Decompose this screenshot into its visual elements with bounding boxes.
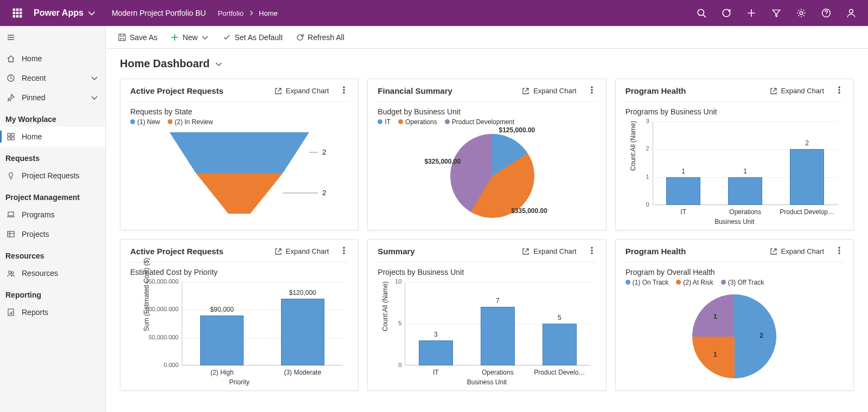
- nav-recent[interactable]: Recent: [0, 68, 105, 88]
- svg-marker-28: [169, 132, 309, 173]
- laptop-icon: [7, 210, 15, 219]
- card-menu-button[interactable]: [835, 86, 844, 96]
- pin-icon: [7, 93, 15, 102]
- nav-collapse-button[interactable]: [0, 26, 105, 49]
- chart-legend: ITOperationsProduct Development: [378, 116, 596, 126]
- nav-item-programs[interactable]: Programs: [0, 205, 105, 224]
- popout-icon: [521, 247, 530, 256]
- expand-chart-button[interactable]: Expand Chart: [769, 247, 825, 256]
- chart-plot: 211: [626, 286, 844, 386]
- home-icon: [7, 54, 15, 63]
- chart-plot: 2 2: [130, 126, 348, 226]
- app-name[interactable]: Power Apps: [30, 8, 100, 18]
- nav-group-project-management: Project Management: [0, 185, 105, 205]
- app-name-label: Power Apps: [34, 8, 84, 18]
- card-title: Program Health: [626, 86, 769, 95]
- search-button[interactable]: [689, 0, 714, 26]
- expand-chart-button[interactable]: Expand Chart: [521, 247, 577, 256]
- table-icon: [7, 230, 15, 239]
- svg-text:2: 2: [322, 189, 326, 197]
- people-icon: [7, 269, 15, 278]
- nav-item-home[interactable]: Home: [0, 127, 105, 146]
- svg-marker-29: [196, 173, 283, 214]
- expand-chart-button[interactable]: Expand Chart: [274, 247, 329, 256]
- help-button[interactable]: [814, 0, 839, 26]
- nav-item-project-requests[interactable]: Project Requests: [0, 166, 105, 185]
- grid-icon: [7, 132, 15, 141]
- page-title[interactable]: Home Dashboard: [106, 49, 868, 74]
- save-as-button[interactable]: Save As: [112, 31, 163, 44]
- card-title: Program Health: [626, 247, 769, 256]
- filter-button[interactable]: [764, 0, 789, 26]
- settings-button[interactable]: [789, 0, 814, 26]
- popout-icon: [274, 87, 283, 95]
- dashboard-grid: Active Project Requests Expand Chart Req…: [106, 74, 868, 412]
- nav-group-resources: Resources: [0, 244, 105, 263]
- bulb-icon: [7, 171, 15, 180]
- card-menu-button[interactable]: [588, 246, 596, 256]
- task-button[interactable]: [714, 0, 739, 26]
- account-button[interactable]: [839, 0, 864, 26]
- dots-icon: [340, 86, 348, 94]
- nav-group-reporting: Reporting: [0, 283, 105, 302]
- expand-chart-button[interactable]: Expand Chart: [769, 87, 825, 95]
- card-menu-button[interactable]: [340, 246, 348, 256]
- svg-text:2: 2: [322, 148, 326, 156]
- chart-subtitle: Projects by Business Unit: [378, 262, 596, 276]
- command-bar: Save As New Set As Default Refresh All: [106, 26, 868, 49]
- add-button[interactable]: [739, 0, 764, 26]
- report-icon: [7, 308, 15, 317]
- expand-chart-button[interactable]: Expand Chart: [521, 87, 577, 95]
- breadcrumb: Portfolio Home: [218, 9, 277, 17]
- breadcrumb-home: Home: [259, 9, 278, 17]
- card-4: Summary Expand Chart Projects by Busines…: [367, 239, 606, 391]
- left-nav: HomeRecentPinned My WorkplaceHomeRequest…: [0, 26, 106, 412]
- card-5: Program Health Expand Chart Program by O…: [615, 239, 854, 391]
- card-title: Active Project Requests: [130, 86, 274, 95]
- nav-home[interactable]: Home: [0, 49, 105, 68]
- chart-subtitle: Program by Overall Health: [626, 262, 844, 276]
- card-menu-button[interactable]: [340, 86, 348, 96]
- nav-item-projects[interactable]: Projects: [0, 224, 105, 244]
- card-menu-button[interactable]: [588, 86, 596, 96]
- chart-plot: $125,000.00$335,000.00$325,000.00: [378, 126, 596, 226]
- expand-chart-button[interactable]: Expand Chart: [274, 87, 329, 95]
- dots-icon: [340, 246, 348, 255]
- popout-icon: [274, 247, 283, 256]
- nav-item-reports[interactable]: Reports: [0, 302, 105, 322]
- chevron-down-icon: [90, 93, 99, 102]
- chart-subtitle: Requests by State: [130, 102, 348, 116]
- new-button[interactable]: New: [165, 31, 215, 44]
- chevron-right-icon: [248, 10, 254, 16]
- app-header: Power Apps Modern Project Portfolio BU P…: [0, 0, 868, 26]
- set-default-button[interactable]: Set As Default: [217, 31, 288, 44]
- nav-pinned[interactable]: Pinned: [0, 88, 105, 107]
- chart-plot: 0123 1 IT 1 Operations 2 Product Develop…: [626, 116, 844, 226]
- chart-plot: 0.00050,000.000100,000.000150,000.000 $9…: [130, 276, 348, 386]
- clock-icon: [7, 74, 15, 82]
- popout-icon: [521, 87, 530, 95]
- card-menu-button[interactable]: [835, 246, 844, 256]
- dots-icon: [588, 86, 596, 94]
- chart-legend: (1) New(2) In Review: [130, 116, 348, 126]
- card-2: Program Health Expand Chart Programs by …: [615, 79, 854, 230]
- dots-icon: [835, 246, 844, 255]
- chevron-down-icon: [90, 74, 99, 82]
- nav-group-requests: Requests: [0, 146, 105, 166]
- refresh-all-button[interactable]: Refresh All: [290, 31, 350, 44]
- waffle-launcher[interactable]: [4, 8, 30, 18]
- environment-name[interactable]: Modern Project Portfolio BU: [112, 9, 206, 17]
- chart-subtitle: Budget by Business Unit: [378, 102, 596, 116]
- card-title: Financial Summary: [378, 86, 521, 95]
- chart-subtitle: Programs by Business Unit: [626, 102, 844, 116]
- chevron-down-icon: [201, 33, 209, 42]
- card-3: Active Project Requests Expand Chart Est…: [120, 239, 359, 391]
- card-title: Summary: [378, 247, 521, 256]
- nav-item-resources[interactable]: Resources: [0, 263, 105, 283]
- chevron-down-icon: [87, 8, 97, 18]
- chart-plot: 0510 3 IT 7 Operations 5 Product Develo……: [378, 276, 596, 386]
- dots-icon: [588, 246, 596, 255]
- chart-legend: (1) On Track(2) At Risk(3) Off Track: [626, 276, 844, 286]
- breadcrumb-portfolio[interactable]: Portfolio: [218, 9, 244, 17]
- popout-icon: [769, 247, 778, 256]
